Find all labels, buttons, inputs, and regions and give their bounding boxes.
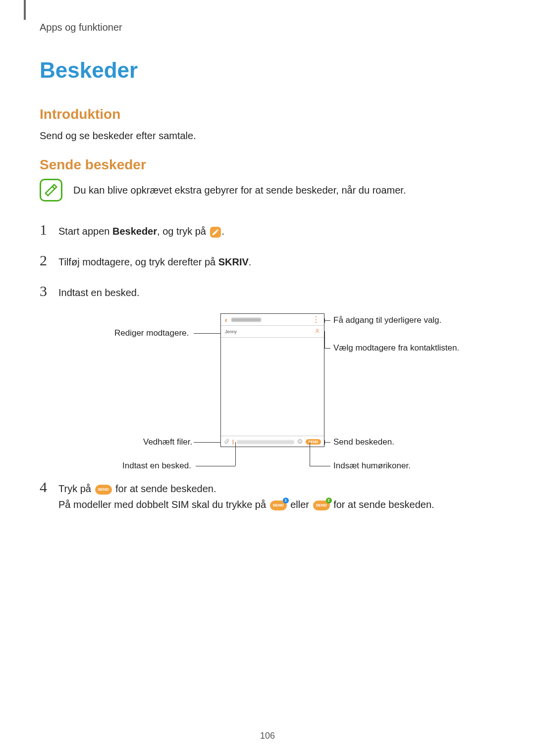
phone-mock: ‹ ⋮ Jenny | SEND — [220, 313, 324, 447]
sim1-badge: 1 — [283, 498, 289, 504]
step-1-bold: Beskeder — [112, 226, 157, 237]
step-2-pre: Tilføj modtagere, og tryk derefter på — [58, 256, 218, 267]
step-4: 4 Tryk på SEND for at sende beskeden. På… — [40, 479, 495, 512]
step-3-text: Indtast en besked. — [58, 285, 495, 301]
chapter-label: Apps og funktioner — [40, 22, 495, 33]
input-cursor: | — [232, 439, 234, 445]
step-3: 3 Indtast en besked. — [40, 283, 495, 301]
step-4a-post: for at sende beskeden. — [115, 483, 216, 494]
step-4b-pre: På modeller med dobbelt SIM skal du tryk… — [58, 499, 269, 510]
step-list: 1 Start appen Beskeder, og tryk på . 2 T… — [40, 221, 495, 301]
note-block: Du kan blive opkrævet ekstra gebyrer for… — [40, 179, 495, 202]
step-number: 2 — [40, 252, 50, 269]
callout-recipients-contacts: Vælg modtagere fra kontaktlisten. — [333, 343, 459, 353]
page-title: Beskeder — [40, 58, 495, 83]
page-number: 106 — [0, 731, 535, 741]
step-1: 1 Start appen Beskeder, og tryk på . — [40, 221, 495, 239]
svg-point-2 — [299, 441, 299, 441]
step-4b-mid: eller — [290, 499, 312, 510]
contacts-icon — [315, 328, 320, 335]
page-content: Apps og funktioner Beskeder Introduktion… — [0, 0, 535, 512]
step-number: 3 — [40, 283, 50, 300]
step-1-pre: Start appen — [58, 226, 112, 237]
section-intro-heading: Introduktion — [40, 106, 495, 122]
message-area — [221, 338, 324, 436]
step-4a-pre: Tryk på — [58, 483, 94, 494]
send-icon: SEND — [95, 485, 112, 495]
step-4b-post: for at sende beskeden. — [333, 499, 434, 510]
recipient-name: Jenny — [225, 329, 237, 334]
step-2-post: . — [249, 256, 252, 267]
attach-icon — [224, 439, 229, 445]
step-2: 2 Tilføj modtagere, og tryk derefter på … — [40, 252, 495, 270]
svg-point-0 — [317, 329, 319, 331]
input-row: | SEND — [221, 436, 324, 448]
callout-enter-message: Indtast en besked. — [122, 461, 191, 471]
input-placeholder — [237, 440, 294, 444]
header-title-placeholder — [231, 318, 261, 322]
svg-point-1 — [298, 439, 302, 443]
step-1-tail: . — [222, 226, 225, 237]
send-button: SEND — [306, 439, 321, 445]
callout-more-options: Få adgang til yderligere valg. — [333, 315, 441, 325]
sim2-badge: 2 — [326, 498, 332, 504]
send-sim1-icon: SEND1 — [270, 501, 287, 510]
compose-icon — [210, 227, 221, 238]
intro-text: Send og se beskeder efter samtale. — [40, 128, 495, 143]
page-corner-mark — [24, 0, 26, 20]
step-1-post: , og tryk på — [157, 226, 209, 237]
step-2-bold: SKRIV — [218, 256, 249, 267]
phone-diagram: ‹ ⋮ Jenny | SEND — [87, 313, 448, 472]
section-send-heading: Sende beskeder — [40, 157, 495, 173]
send-sim2-icon: SEND2 — [313, 501, 330, 510]
callout-edit-recipients: Rediger modtagere. — [114, 328, 189, 338]
note-icon — [40, 179, 62, 202]
step-list-cont: 4 Tryk på SEND for at sende beskeden. På… — [40, 479, 495, 512]
callout-attach-files: Vedhæft filer. — [143, 437, 192, 447]
callout-send-message: Send beskeden. — [333, 437, 394, 447]
emoji-icon — [297, 439, 303, 445]
step-number: 4 — [40, 479, 50, 496]
recipient-row: Jenny — [221, 326, 324, 338]
phone-header: ‹ ⋮ — [221, 314, 324, 326]
note-text: Du kan blive opkrævet ekstra gebyrer for… — [73, 185, 406, 196]
callout-emoji: Indsæt humørikoner. — [333, 461, 411, 471]
step-number: 1 — [40, 221, 50, 238]
svg-point-3 — [300, 441, 301, 441]
back-icon: ‹ — [225, 316, 227, 324]
more-menu-icon: ⋮ — [312, 317, 320, 323]
